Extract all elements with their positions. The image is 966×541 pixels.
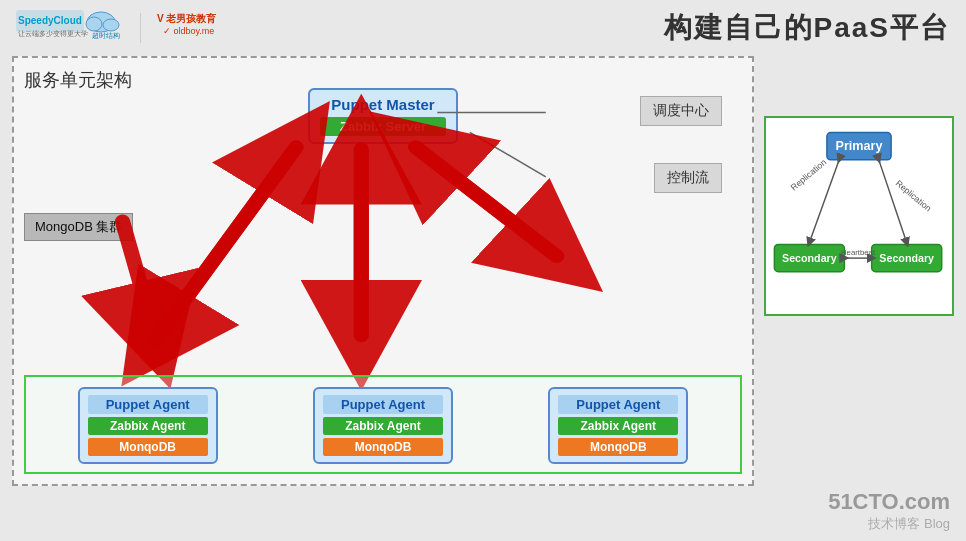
control-flow-box: 控制流 bbox=[654, 163, 722, 193]
puppet-master-block: Puppet Master Zabbix Server bbox=[308, 88, 458, 144]
logo-divider bbox=[140, 13, 141, 43]
replication-svg: Primary Secondary Secondary Replication … bbox=[766, 118, 952, 298]
svg-text:Heartbeat: Heartbeat bbox=[841, 248, 876, 257]
svg-text:超时结构: 超时结构 bbox=[92, 32, 120, 39]
svg-text:Secondary: Secondary bbox=[782, 252, 837, 264]
svg-line-11 bbox=[155, 147, 296, 340]
puppet-master-label: Puppet Master bbox=[320, 96, 446, 113]
svg-line-10 bbox=[470, 132, 546, 177]
footer: 51CTO.com 技术博客 Blog bbox=[828, 489, 950, 533]
svg-line-15 bbox=[416, 147, 557, 256]
diagram-box: 服务单元架构 Puppet Master Zabbix Server 调度中心 … bbox=[12, 56, 754, 486]
svg-line-16 bbox=[416, 147, 557, 256]
svg-text:Secondary: Secondary bbox=[879, 252, 934, 264]
service-unit-1: Puppet Agent Zabbix Agent MonqoDB bbox=[78, 387, 218, 464]
svg-point-5 bbox=[103, 19, 119, 31]
svg-line-12 bbox=[155, 147, 296, 340]
scheduling-center-box: 调度中心 bbox=[640, 96, 722, 126]
zabbix-agent-label-3: Zabbix Agent bbox=[558, 417, 678, 435]
footer-site: 51CTO.com bbox=[828, 489, 950, 515]
svg-text:Replication: Replication bbox=[789, 157, 829, 193]
header: SpeedyCloud 让云端多少变得更大学 超时结构 V 老男孩教育 ✓ ol… bbox=[0, 0, 966, 52]
mongodb-label-1: MonqoDB bbox=[88, 438, 208, 456]
svg-text:让云端多少变得更大学: 让云端多少变得更大学 bbox=[18, 30, 88, 38]
svg-text:Primary: Primary bbox=[835, 139, 882, 153]
svg-text:V 老男孩教育: V 老男孩教育 bbox=[157, 12, 217, 24]
svg-text:SpeedyCloud: SpeedyCloud bbox=[18, 15, 82, 26]
page-title: 构建自己的PaaS平台 bbox=[664, 9, 951, 47]
zabbix-agent-label-2: Zabbix Agent bbox=[323, 417, 443, 435]
logo-area: SpeedyCloud 让云端多少变得更大学 超时结构 V 老男孩教育 ✓ ol… bbox=[16, 8, 235, 48]
zabbix-agent-label-1: Zabbix Agent bbox=[88, 417, 208, 435]
puppet-agent-label-2: Puppet Agent bbox=[323, 395, 443, 414]
service-unit-3: Puppet Agent Zabbix Agent MonqoDB bbox=[548, 387, 688, 464]
mongodb-cluster-box: MongoDB 集群 bbox=[24, 213, 133, 241]
svg-text:✓ oldboy.me: ✓ oldboy.me bbox=[163, 26, 214, 36]
service-units-area: Puppet Agent Zabbix Agent MonqoDB Puppet… bbox=[24, 375, 742, 474]
mongo-replication-box: Primary Secondary Secondary Replication … bbox=[764, 116, 954, 316]
mongodb-label-3: MonqoDB bbox=[558, 438, 678, 456]
logo-speedy: SpeedyCloud 让云端多少变得更大学 超时结构 bbox=[16, 8, 126, 48]
main-content: 服务单元架构 Puppet Master Zabbix Server 调度中心 … bbox=[0, 52, 966, 490]
svg-line-27 bbox=[878, 159, 906, 243]
mongodb-label-2: MonqoDB bbox=[323, 438, 443, 456]
svg-text:Replication: Replication bbox=[894, 178, 934, 214]
puppet-agent-label-3: Puppet Agent bbox=[558, 395, 678, 414]
svg-point-4 bbox=[86, 17, 102, 31]
zabbix-server-label: Zabbix Server bbox=[320, 117, 446, 136]
puppet-agent-label-1: Puppet Agent bbox=[88, 395, 208, 414]
footer-subtitle: 技术博客 Blog bbox=[828, 515, 950, 533]
service-unit-2: Puppet Agent Zabbix Agent MonqoDB bbox=[313, 387, 453, 464]
logo-oldboy: V 老男孩教育 ✓ oldboy.me bbox=[155, 8, 235, 48]
